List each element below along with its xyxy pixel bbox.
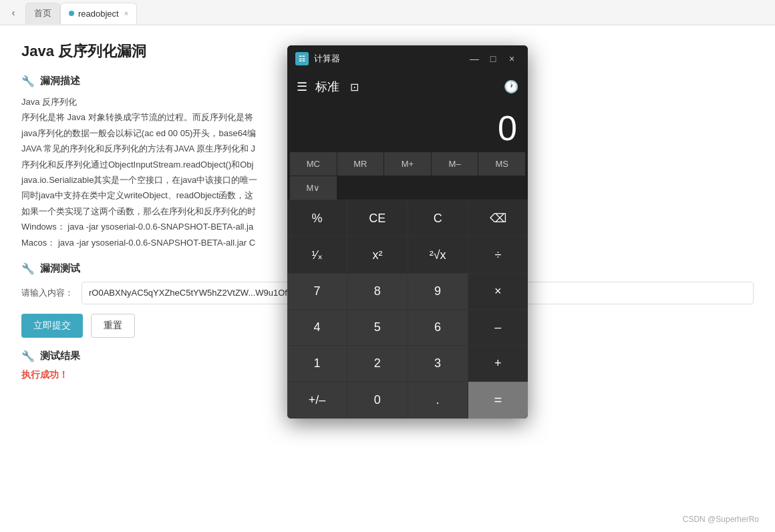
tab-home[interactable]: 首页 [25, 3, 60, 24]
calc-number: 0 [298, 111, 517, 146]
tab-close-button[interactable]: × [124, 9, 128, 17]
calc-btn-sqrt[interactable]: ²√x [408, 237, 468, 273]
calc-btn-multiply[interactable]: × [468, 274, 528, 309]
submit-button[interactable]: 立即提交 [21, 314, 83, 338]
vuln-icon: 🔧 [21, 75, 35, 87]
calc-btn-minus[interactable]: – [468, 310, 528, 345]
test-section-title: 漏洞测试 [40, 262, 80, 275]
calc-btn-equals[interactable]: = [468, 382, 528, 419]
calc-mem-ms[interactable]: MS [478, 152, 525, 176]
calc-history-icon[interactable]: 🕐 [504, 79, 518, 94]
result-section-title: 测试结果 [40, 350, 80, 362]
calc-mem-mminus[interactable]: M– [432, 152, 478, 176]
calc-mem-mc[interactable]: MC [290, 152, 337, 176]
back-button[interactable]: ‹ [5, 5, 21, 21]
calculator-window: ☷ 计算器 — □ × ☰ 标准 ⊡ 🕐 0 MC MR [287, 45, 528, 419]
calc-button-grid: % CE C ⌫ ¹∕ₓ x² ²√x ÷ 7 8 9 × 4 5 6 – [287, 200, 528, 419]
calc-btn-5[interactable]: 5 [347, 310, 407, 345]
calc-btn-square[interactable]: x² [347, 237, 407, 273]
calc-memory-row: MC MR M+ M– MS M∨ [287, 152, 528, 200]
reset-button[interactable]: 重置 [91, 314, 135, 338]
calc-btn-reciprocal[interactable]: ¹∕ₓ [287, 237, 347, 273]
calc-btn-divide[interactable]: ÷ [468, 237, 528, 273]
calc-btn-2[interactable]: 2 [347, 346, 407, 381]
calc-btn-6[interactable]: 6 [408, 310, 468, 345]
calc-mem-mr[interactable]: MR [337, 152, 384, 176]
browser-chrome: ‹ 首页 readobject × [0, 0, 775, 25]
calc-mem-mv[interactable]: M∨ [290, 176, 337, 200]
calc-btn-3[interactable]: 3 [408, 346, 468, 381]
calc-app-icon: ☷ [295, 52, 309, 65]
calc-btn-decimal[interactable]: . [408, 382, 468, 419]
calc-maximize-button[interactable]: □ [485, 51, 501, 67]
calc-btn-ce[interactable]: CE [347, 200, 407, 236]
calc-mem-mplus[interactable]: M+ [384, 152, 431, 176]
page-content: Java 反序列化漏洞 🔧 漏洞描述 Java 反序列化 序列化是将 Java … [0, 25, 775, 532]
calc-btn-percent[interactable]: % [287, 200, 347, 236]
result-icon: 🔧 [21, 350, 35, 362]
calc-btn-backspace[interactable]: ⌫ [468, 200, 528, 236]
calc-body: ☰ 标准 ⊡ 🕐 0 MC MR M+ M– MS M∨ % [287, 72, 528, 419]
tab-active-dot [69, 11, 74, 16]
calc-titlebar: ☷ 计算器 — □ × [287, 45, 528, 72]
calc-btn-c[interactable]: C [408, 200, 468, 236]
calc-header: ☰ 标准 ⊡ 🕐 [287, 72, 528, 97]
calc-close-button[interactable]: × [504, 51, 520, 67]
calc-title: 计算器 [314, 53, 461, 65]
calc-mode-text: 标准 [315, 79, 339, 95]
calc-mode-icon: ⊡ [350, 81, 359, 93]
calc-btn-8[interactable]: 8 [347, 274, 407, 309]
calc-btn-1[interactable]: 1 [287, 346, 347, 381]
calc-btn-9[interactable]: 9 [408, 274, 468, 309]
calc-display: 0 [287, 97, 528, 152]
calc-btn-plus[interactable]: + [468, 346, 528, 381]
tab-home-label: 首页 [34, 7, 51, 19]
calc-btn-0[interactable]: 0 [347, 382, 407, 419]
vuln-section-title: 漏洞描述 [40, 75, 80, 87]
input-label: 请输入内容： [21, 287, 73, 299]
calc-btn-4[interactable]: 4 [287, 310, 347, 345]
calc-btn-negate[interactable]: +/– [287, 382, 347, 419]
tabs-container: 首页 readobject × [25, 2, 770, 23]
test-icon: 🔧 [21, 262, 35, 275]
tab-active-label: readobject [78, 9, 119, 19]
watermark: CSDN @SuperherRo [683, 515, 759, 524]
tab-readobject[interactable]: readobject × [60, 3, 137, 24]
calc-btn-7[interactable]: 7 [287, 274, 347, 309]
calc-minimize-button[interactable]: — [466, 51, 482, 67]
calc-menu-icon[interactable]: ☰ [297, 79, 307, 94]
calc-window-buttons: — □ × [466, 51, 520, 67]
